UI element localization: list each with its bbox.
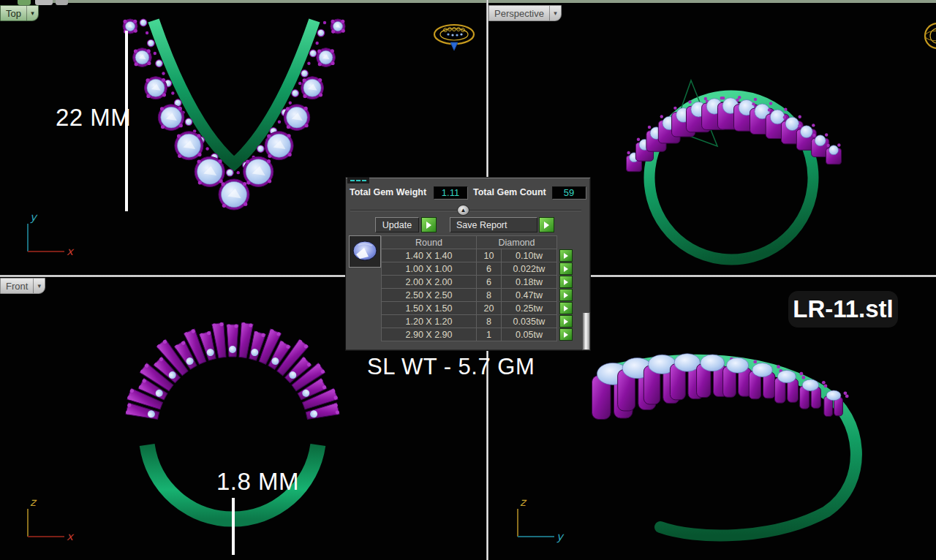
update-button[interactable]: Update xyxy=(375,217,419,232)
ring-render-perspective-view xyxy=(627,77,842,278)
y-axis-label: y xyxy=(556,530,565,543)
gem-weight-cell[interactable]: 0.022tw xyxy=(501,262,557,276)
gem-table-row: 1.50 X 1.50200.25tw xyxy=(382,301,573,315)
gem-table-row: 1.40 X 1.40100.10tw xyxy=(382,249,573,262)
gem-weight-cell[interactable]: 0.10tw xyxy=(501,249,557,262)
gold-ring-gizmo-icon xyxy=(431,20,477,51)
x-axis-label: x xyxy=(67,245,75,258)
gem-weight-cell[interactable]: 0.18tw xyxy=(501,275,557,289)
gem-weight-cell[interactable]: 0.035tw xyxy=(501,314,557,328)
axis-gizmo-front-view: z x xyxy=(16,496,75,547)
viewport-perspective-canvas[interactable] xyxy=(581,42,896,284)
z-axis-label: z xyxy=(520,496,527,509)
panel-scrollbar-thumb[interactable] xyxy=(582,312,590,350)
gem-table-body: 1.40 X 1.40100.10tw1.00 X 1.0060.022tw2.… xyxy=(382,249,573,341)
gem-size-cell[interactable]: 1.20 X 1.20 xyxy=(381,314,477,328)
gem-table-row: 2.90 X 2.9010.05tw xyxy=(382,328,573,341)
gem-table-row: 1.20 X 1.2080.035tw xyxy=(382,314,573,328)
gem-type-header: Diamond xyxy=(476,235,557,249)
play-icon xyxy=(564,266,568,272)
collapse-up-icon[interactable]: ▲ xyxy=(457,205,469,216)
x-axis-label: x xyxy=(67,530,75,543)
ring-render-top-view xyxy=(123,19,345,210)
chevron-down-icon[interactable]: ▾ xyxy=(26,6,38,20)
window-top-strip xyxy=(44,0,936,3)
viewport-tab-top[interactable]: Top ▾ xyxy=(0,5,39,21)
viewport-side-canvas[interactable] xyxy=(591,320,916,558)
viewport-tab-label: Front xyxy=(1,279,33,293)
total-gem-weight-label: Total Gem Weight xyxy=(350,187,426,197)
gem-size-cell[interactable]: 1.50 X 1.50 xyxy=(381,301,477,315)
gem-row-select-button[interactable] xyxy=(559,315,573,328)
run-update-arrow-button[interactable] xyxy=(421,217,437,232)
gem-row-select-button[interactable] xyxy=(559,276,573,288)
silver-weight-label: SL WT - 5.7 GM xyxy=(367,354,535,380)
gold-sphere-gizmo-icon xyxy=(918,18,936,56)
toolbar-tab-remnant xyxy=(56,0,68,5)
gem-size-cell[interactable]: 1.00 X 1.00 xyxy=(381,262,477,276)
viewport-tab-label: Perspective xyxy=(489,6,549,20)
chevron-down-icon[interactable]: ▾ xyxy=(33,279,45,293)
z-axis-label: z xyxy=(30,496,37,509)
gem-table-row: 2.50 X 2.5080.47tw xyxy=(382,288,573,302)
file-name-badge: LR-11.stl xyxy=(788,291,898,328)
viewport-tab-front[interactable]: Front ▾ xyxy=(0,278,45,294)
viewport-tab-label: Top xyxy=(1,6,26,20)
chevron-down-icon[interactable]: ▾ xyxy=(549,6,561,20)
gem-count-cell[interactable]: 20 xyxy=(476,301,502,315)
gem-weight-cell[interactable]: 0.25tw xyxy=(501,301,557,315)
gem-shape-header: Round xyxy=(381,235,477,249)
gem-weight-cell[interactable]: 0.47tw xyxy=(501,288,557,302)
gem-shape-icon-cell[interactable] xyxy=(349,235,381,268)
gem-row-select-button[interactable] xyxy=(559,302,573,314)
gem-weight-cell[interactable]: 0.05tw xyxy=(501,328,557,341)
run-save-report-arrow-button[interactable] xyxy=(539,217,554,232)
total-gem-count-value: 59 xyxy=(552,186,586,199)
gem-row-select-button[interactable] xyxy=(559,262,573,275)
dimension-line-vertical xyxy=(125,31,128,211)
viewport-top-canvas[interactable] xyxy=(110,16,358,239)
total-gem-weight-value: 1.11 xyxy=(434,186,467,199)
dimension-label-1-8mm: 1.8 MM xyxy=(216,468,299,496)
gem-count-cell[interactable]: 10 xyxy=(476,249,502,262)
save-report-button[interactable]: Save Report xyxy=(450,217,537,232)
gem-count-cell[interactable]: 6 xyxy=(476,262,502,276)
play-icon xyxy=(564,306,568,311)
gem-row-select-button[interactable] xyxy=(559,289,573,301)
gem-size-cell[interactable]: 2.50 X 2.50 xyxy=(381,288,477,302)
play-icon xyxy=(564,292,568,298)
play-icon xyxy=(564,332,568,338)
gem-count-cell[interactable]: 6 xyxy=(476,275,502,289)
gem-row-select-button[interactable] xyxy=(559,249,573,262)
gem-count-cell[interactable]: 8 xyxy=(476,314,502,328)
gem-row-select-button[interactable] xyxy=(559,328,573,341)
gem-table-header-row: Round Diamond xyxy=(382,235,573,249)
panel-grip-tab[interactable] xyxy=(347,178,369,183)
play-icon xyxy=(564,253,568,259)
y-axis-label: y xyxy=(30,211,38,224)
dimension-line-band xyxy=(232,498,235,555)
toolbar-tab-remnant xyxy=(35,0,53,5)
gem-size-cell[interactable]: 2.00 X 2.00 xyxy=(381,275,477,289)
gem-icon xyxy=(350,236,380,267)
viewport-tab-perspective[interactable]: Perspective ▾ xyxy=(488,5,562,21)
dimension-label-22mm: 22 MM xyxy=(56,104,131,132)
gem-report-panel: Total Gem Weight 1.11 Total Gem Count 59… xyxy=(345,177,591,351)
ring-render-side-view xyxy=(592,354,856,536)
total-gem-count-label: Total Gem Count xyxy=(473,187,546,197)
gem-count-cell[interactable]: 1 xyxy=(476,328,502,341)
gem-count-cell[interactable]: 8 xyxy=(476,288,502,302)
toolbar-tab-remnant xyxy=(18,0,31,5)
axis-gizmo-top-view: y x xyxy=(16,211,75,262)
play-icon xyxy=(426,222,431,229)
gem-table: Round Diamond 1.40 X 1.40100.10tw1.00 X … xyxy=(382,236,573,341)
gem-table-row: 1.00 X 1.0060.022tw xyxy=(382,262,573,276)
cad-workspace: Top ▾ Perspective ▾ Front ▾ y x z x z y … xyxy=(0,0,936,560)
play-icon xyxy=(564,279,568,285)
file-name-text: LR-11.stl xyxy=(793,295,894,323)
gem-size-cell[interactable]: 2.90 X 2.90 xyxy=(381,328,477,341)
gem-table-row: 2.00 X 2.0060.18tw xyxy=(382,275,573,289)
gem-size-cell[interactable]: 1.40 X 1.40 xyxy=(381,249,477,262)
play-icon xyxy=(544,222,549,229)
play-icon xyxy=(564,319,568,325)
